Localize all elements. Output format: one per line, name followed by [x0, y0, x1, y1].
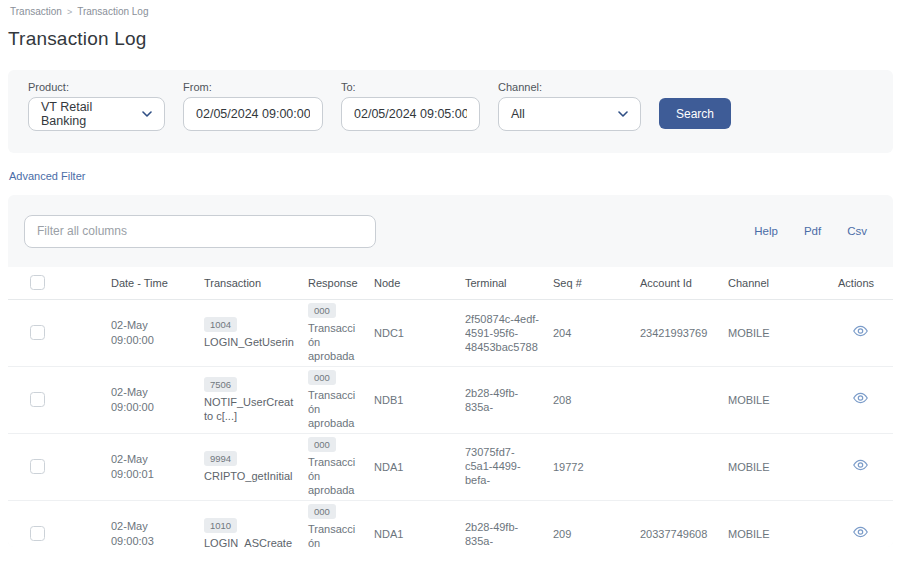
- breadcrumb-item-transaction[interactable]: Transaction: [10, 6, 62, 17]
- chevron-down-icon: [618, 111, 628, 117]
- response-text: Transacción aprobada: [308, 388, 360, 430]
- transaction-code-badge: 7506: [204, 377, 237, 392]
- column-header-terminal: Terminal: [457, 267, 545, 299]
- row-checkbox[interactable]: [30, 392, 45, 407]
- row-checkbox[interactable]: [30, 325, 45, 340]
- channel-cell: MOBILE: [720, 433, 830, 500]
- transaction-cell: 1004 LOGIN_GetUserin: [196, 299, 300, 366]
- search-button[interactable]: Search: [659, 98, 731, 129]
- transaction-name: LOGIN_GetUserin: [204, 335, 294, 349]
- product-label: Product:: [28, 81, 165, 93]
- response-code-badge: 000: [308, 437, 336, 452]
- account-id-cell: [632, 366, 720, 433]
- date-time-cell: 02-May 09:00:00: [103, 366, 196, 433]
- channel-filter-group: Channel: All: [498, 81, 641, 131]
- advanced-filter-link[interactable]: Advanced Filter: [9, 170, 85, 182]
- channel-cell: MOBILE: [720, 366, 830, 433]
- eye-icon: [852, 526, 869, 541]
- account-id-cell: [632, 433, 720, 500]
- view-details-button[interactable]: [852, 459, 869, 474]
- date-time-cell: 02-May 09:00:01: [103, 433, 196, 500]
- channel-cell: MOBILE: [720, 500, 830, 547]
- help-link[interactable]: Help: [754, 225, 778, 237]
- product-select-value: VT Retail Banking: [41, 100, 132, 128]
- from-datetime-input[interactable]: [183, 97, 323, 131]
- actions-cell: [830, 500, 893, 547]
- from-label: From:: [183, 81, 323, 93]
- seq-cell: 19772: [545, 433, 632, 500]
- csv-link[interactable]: Csv: [847, 225, 867, 237]
- terminal-cell: 2b28-49fb-835a-: [457, 366, 545, 433]
- column-header-date-time: Date - Time: [103, 267, 196, 299]
- view-details-button[interactable]: [852, 526, 869, 541]
- actions-cell: [830, 433, 893, 500]
- column-header-account-id: Account Id: [632, 267, 720, 299]
- to-filter-group: To:: [341, 81, 480, 131]
- table-row: 02-May 09:00:00 7506 NOTIF_UserCreat to …: [8, 366, 893, 433]
- table-row: 02-May 09:00:00 1004 LOGIN_GetUserin 000…: [8, 299, 893, 366]
- product-select[interactable]: VT Retail Banking: [28, 97, 165, 131]
- row-checkbox[interactable]: [30, 459, 45, 474]
- view-details-button[interactable]: [852, 392, 869, 407]
- transaction-code-badge: 1010: [204, 518, 237, 533]
- seq-cell: 209: [545, 500, 632, 547]
- node-cell: NDC1: [366, 299, 457, 366]
- column-header-node: Node: [366, 267, 457, 299]
- actions-cell: [830, 366, 893, 433]
- seq-cell: 208: [545, 366, 632, 433]
- view-details-button[interactable]: [852, 325, 869, 340]
- actions-cell: [830, 299, 893, 366]
- response-text: Transacción aprobada: [308, 321, 360, 363]
- response-code-badge: 000: [308, 504, 336, 519]
- transaction-name: NOTIF_UserCreat to c[...]: [204, 395, 294, 423]
- account-id-cell: 23421993769: [632, 299, 720, 366]
- response-cell: 000 Transacción aprobada: [300, 500, 366, 547]
- transaction-table: Date - Time Transaction Response Node Te…: [8, 267, 893, 547]
- account-id-cell: 20337749608: [632, 500, 720, 547]
- seq-cell: 204: [545, 299, 632, 366]
- response-cell: 000 Transacción aprobada: [300, 433, 366, 500]
- channel-select[interactable]: All: [498, 97, 641, 131]
- date-time-cell: 02-May 09:00:03: [103, 500, 196, 547]
- breadcrumb-item-transaction-log[interactable]: Transaction Log: [77, 6, 148, 17]
- eye-icon: [852, 325, 869, 340]
- terminal-cell: 2f50874c-4edf-4591-95f6-48453bac5788: [457, 299, 545, 366]
- to-label: To:: [341, 81, 480, 93]
- column-header-response: Response: [300, 267, 366, 299]
- channel-select-value: All: [511, 107, 525, 121]
- column-header-transaction: Transaction: [196, 267, 300, 299]
- select-all-checkbox[interactable]: [30, 275, 45, 290]
- response-text: Transacción aprobada: [308, 455, 360, 497]
- page-title: Transaction Log: [8, 28, 901, 50]
- node-cell: NDA1: [366, 433, 457, 500]
- row-checkbox[interactable]: [30, 526, 45, 541]
- column-header-channel: Channel: [720, 267, 830, 299]
- filter-all-columns-input[interactable]: [24, 215, 376, 248]
- table-body: 02-May 09:00:00 1004 LOGIN_GetUserin 000…: [8, 299, 893, 547]
- table-row: 02-May 09:00:01 9994 CRIPTO_getInitial 0…: [8, 433, 893, 500]
- eye-icon: [852, 459, 869, 474]
- chevron-down-icon: [142, 111, 152, 117]
- pdf-link[interactable]: Pdf: [804, 225, 821, 237]
- from-filter-group: From:: [183, 81, 323, 131]
- terminal-cell: 2b28-49fb-835a-: [457, 500, 545, 547]
- export-links: Help Pdf Csv: [754, 225, 867, 237]
- column-header-seq: Seq #: [545, 267, 632, 299]
- transaction-cell: 7506 NOTIF_UserCreat to c[...]: [196, 366, 300, 433]
- transaction-name: LOGIN_ASCreate: [204, 536, 294, 548]
- table-row: 02-May 09:00:03 1010 LOGIN_ASCreate 000 …: [8, 500, 893, 547]
- response-code-badge: 000: [308, 303, 336, 318]
- node-cell: NDA1: [366, 500, 457, 547]
- transaction-name: CRIPTO_getInitial: [204, 469, 294, 483]
- table-header-row: Date - Time Transaction Response Node Te…: [8, 267, 893, 299]
- response-code-badge: 000: [308, 370, 336, 385]
- table-toolbar: Help Pdf Csv: [8, 195, 893, 253]
- transaction-cell: 9994 CRIPTO_getInitial: [196, 433, 300, 500]
- transaction-code-badge: 9994: [204, 451, 237, 466]
- eye-icon: [852, 392, 869, 407]
- transaction-table-panel: Help Pdf Csv Date - Time Transaction Res…: [8, 195, 893, 547]
- response-text: Transacción aprobada: [308, 522, 360, 548]
- transaction-code-badge: 1004: [204, 317, 237, 332]
- to-datetime-input[interactable]: [341, 97, 480, 131]
- date-time-cell: 02-May 09:00:00: [103, 299, 196, 366]
